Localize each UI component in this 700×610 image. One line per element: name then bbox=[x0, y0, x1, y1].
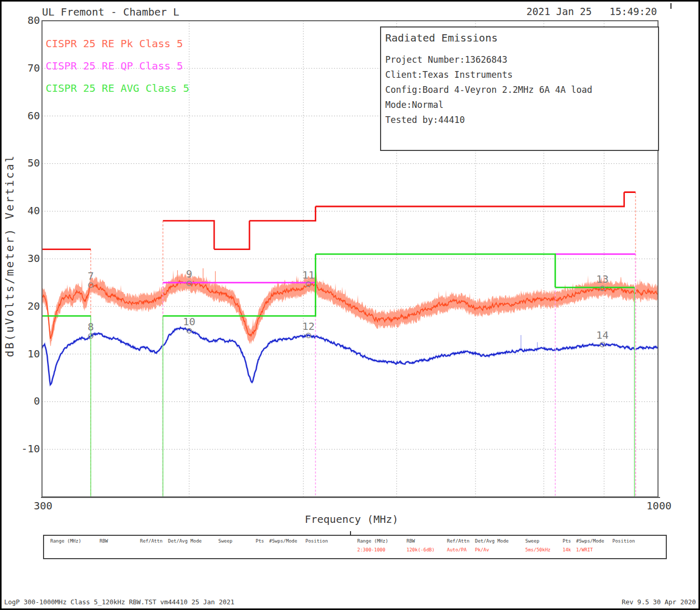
table-value-1: 120k(-6dB) bbox=[407, 547, 435, 552]
y-tick-label-60: 60 bbox=[16, 109, 40, 122]
limit-legend: CISPR 25 RE Pk Class 5CISPR 25 RE QP Cla… bbox=[46, 38, 189, 105]
marker-9-label: 9 bbox=[186, 268, 192, 280]
x-axis-title: Frequency (MHz) bbox=[2, 513, 700, 525]
legend-item-1: CISPR 25 RE QP Class 5 bbox=[46, 60, 189, 72]
marker-11-label: 11 bbox=[302, 269, 315, 281]
table-header-0-7: Position bbox=[305, 538, 328, 544]
marker-14-label: 14 bbox=[596, 329, 609, 341]
table-header-0-0: Range (MHz) bbox=[50, 538, 81, 544]
info-line-0: Project Number:13626843 bbox=[385, 52, 658, 67]
table-group-right: Range (MHz)RBWRef/AttnDet/Avg ModeSweepP… bbox=[351, 536, 667, 558]
table-divider-tick bbox=[350, 531, 351, 536]
table-value-4: 5ms/50kHz bbox=[525, 547, 551, 552]
legend-item-0: CISPR 25 RE Pk Class 5 bbox=[46, 38, 189, 50]
page-corner-tick bbox=[670, 3, 671, 9]
table-value-0: 2:300-1000 bbox=[357, 547, 385, 552]
y-tick-label--10: -10 bbox=[16, 442, 40, 455]
y-tick-label-0: 0 bbox=[16, 395, 40, 407]
test-info-box: Radiated Emissions Project Number:136268… bbox=[380, 26, 659, 151]
y-tick-label-30: 30 bbox=[16, 252, 40, 265]
table-header-0-4: Sweep bbox=[218, 538, 232, 544]
table-header-0-5: Pts bbox=[256, 538, 264, 544]
x-tick-label-max: 1000 bbox=[620, 500, 671, 512]
info-line-1: Client:Texas Instruments bbox=[385, 67, 658, 82]
y-tick-label-40: 40 bbox=[16, 204, 40, 217]
y-tick-label-50: 50 bbox=[16, 157, 40, 169]
table-value-6: 1/WRIT bbox=[576, 547, 593, 552]
table-value-2: Auto/PA bbox=[447, 547, 467, 552]
table-group-left: Range (MHz)RBWRef/AttnDet/Avg ModeSweepP… bbox=[44, 536, 351, 558]
table-header-0-3: Det/Avg Mode bbox=[168, 538, 202, 544]
x-tick-label-min: 300 bbox=[34, 500, 52, 512]
y-tick-label-70: 70 bbox=[16, 62, 40, 74]
parameter-table: Range (MHz)RBWRef/AttnDet/Avg ModeSweepP… bbox=[43, 535, 667, 559]
info-title: Radiated Emissions bbox=[385, 32, 658, 44]
table-header-0-1: RBW bbox=[100, 538, 108, 544]
table-header-1-0: Range (MHz) bbox=[357, 538, 388, 544]
marker-12-label: 12 bbox=[302, 320, 315, 332]
info-line-3: Mode:Normal bbox=[385, 98, 658, 113]
y-tick-label-80: 80 bbox=[16, 14, 40, 26]
info-line-2: Config:Board 4-Veyron 2.2MHz 6A 4A load bbox=[385, 82, 658, 98]
y-axis-title: dB(uVolts/meter) Vertical bbox=[4, 154, 16, 357]
site-title: UL Fremont - Chamber L bbox=[42, 6, 179, 18]
table-value-3: Pk/Av bbox=[475, 547, 489, 552]
table-header-1-3: Det/Avg Mode bbox=[475, 538, 509, 544]
emissions-report-page: 7891011121314 UL Fremont - Chamber L 202… bbox=[0, 0, 700, 610]
table-header-0-6: #Swps/Mode bbox=[269, 538, 297, 544]
table-header-1-5: Pts bbox=[563, 538, 571, 544]
marker-10-label: 10 bbox=[183, 315, 195, 328]
table-header-1-1: RBW bbox=[407, 538, 415, 544]
table-header-0-2: Ref/Attn bbox=[140, 538, 162, 544]
table-header-1-6: #Swps/Mode bbox=[576, 538, 604, 544]
table-value-5: 14k bbox=[563, 547, 571, 552]
y-tick-label-20: 20 bbox=[16, 300, 40, 312]
table-header-1-2: Ref/Attn bbox=[447, 538, 469, 544]
footer-revision: Rev 9.5 30 Apr 2020 bbox=[622, 598, 696, 606]
info-line-4: Tested by:44410 bbox=[385, 113, 658, 128]
marker-13-label: 13 bbox=[596, 273, 609, 285]
info-lines: Project Number:13626843Client:Texas Inst… bbox=[385, 52, 658, 128]
marker-7-label: 7 bbox=[88, 270, 94, 282]
marker-8-label: 8 bbox=[88, 321, 94, 333]
timestamp: 2021 Jan 25 15:49:20 bbox=[526, 6, 657, 17]
legend-item-2: CISPR 25 RE AVG Class 5 bbox=[46, 82, 189, 94]
footer-filename: LogP 300-1000MHz Class 5_120kHz RBW.TST … bbox=[4, 598, 234, 606]
table-header-1-4: Sweep bbox=[525, 538, 539, 544]
table-header-1-7: Position bbox=[612, 538, 635, 544]
y-tick-label-10: 10 bbox=[16, 348, 40, 360]
